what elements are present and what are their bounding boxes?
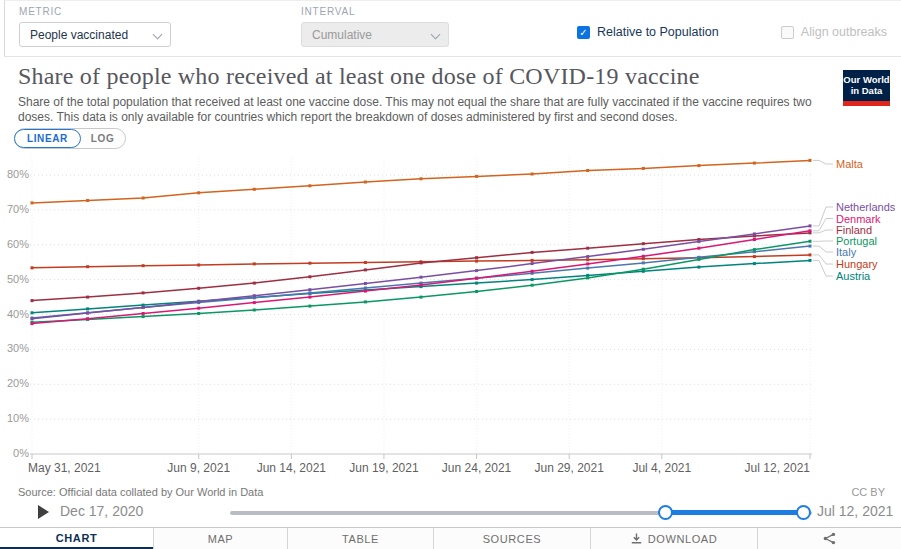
chevron-down-icon [431, 30, 441, 40]
interval-label: INTERVAL [301, 6, 355, 17]
metric-select-value: People vaccinated [30, 28, 128, 42]
y-axis-label: 0% [0, 447, 29, 459]
legend-connector [813, 255, 833, 264]
footer-tabs: CHART MAP TABLE SOURCES DOWNLOAD [0, 527, 901, 549]
tab-map[interactable]: MAP [153, 528, 287, 549]
x-axis-label: Jul 12, 2021 [745, 461, 810, 475]
license-badge[interactable]: CC BY [851, 486, 885, 498]
x-axis-label: Jun 9, 2021 [167, 461, 230, 475]
timeline-handle-end[interactable] [796, 505, 811, 520]
y-axis-label: 10% [0, 412, 29, 424]
chart-subtitle: Share of the total population that recei… [18, 95, 824, 126]
legend-connector [813, 160, 833, 164]
download-icon [631, 533, 642, 544]
legend-connector [813, 246, 833, 252]
x-axis-label: Jun 24, 2021 [442, 461, 511, 475]
tab-share[interactable] [757, 528, 901, 549]
timeline-start-date[interactable]: Dec 17, 2020 [60, 503, 143, 519]
legend-label-malta[interactable]: Malta [836, 158, 863, 170]
legend-connector [813, 219, 833, 231]
legend-label-austria[interactable]: Austria [836, 270, 870, 282]
x-axis-label: Jun 29, 2021 [534, 461, 603, 475]
x-axis-label: Jun 14, 2021 [257, 461, 326, 475]
y-axis-label: 20% [0, 377, 29, 389]
align-outbreaks-checkbox[interactable]: Align outbreaks [781, 25, 887, 39]
y-axis-label: 80% [0, 168, 29, 180]
owid-logo[interactable]: Our World in Data [843, 70, 890, 106]
owid-grapher: METRIC People vaccinated INTERVAL Cumula… [0, 0, 901, 549]
series-netherlands [31, 224, 812, 320]
y-axis-label: 70% [0, 203, 29, 215]
tab-chart[interactable]: CHART [0, 528, 153, 549]
tab-sources[interactable]: SOURCES [433, 528, 590, 549]
controls-bar: METRIC People vaccinated INTERVAL Cumula… [4, 0, 901, 57]
legend-label-denmark[interactable]: Denmark [836, 213, 881, 225]
logo-text-line2: in Data [851, 85, 883, 96]
legend-connector [813, 260, 833, 276]
y-axis-label: 30% [0, 342, 29, 354]
relative-to-population-label: Relative to Population [597, 25, 719, 39]
y-axis-label: 50% [0, 273, 29, 285]
y-axis-label: 40% [0, 308, 29, 320]
legend-label-hungary[interactable]: Hungary [836, 258, 878, 270]
source-note: Source: Official data collated by Our Wo… [18, 486, 263, 498]
chevron-down-icon [153, 30, 163, 40]
tab-table[interactable]: TABLE [287, 528, 433, 549]
play-button-icon[interactable] [38, 505, 49, 519]
checkbox-empty-icon [781, 26, 794, 39]
relative-to-population-checkbox[interactable]: ✓ Relative to Population [577, 25, 719, 39]
tab-table-label: TABLE [342, 533, 379, 545]
series-malta [31, 159, 812, 205]
x-axis-label: Jun 19, 2021 [349, 461, 418, 475]
logo-red-bar [843, 101, 890, 106]
interval-select-value: Cumulative [312, 28, 372, 42]
timeline-handle-start[interactable] [658, 505, 673, 520]
logo-text-line1: Our World [843, 74, 889, 85]
metric-select[interactable]: People vaccinated [19, 22, 171, 47]
x-axis-label: Jul 4, 2021 [632, 461, 691, 475]
tab-download-label: DOWNLOAD [648, 533, 718, 545]
tab-sources-label: SOURCES [483, 533, 542, 545]
timeline-selected-range[interactable] [665, 510, 803, 515]
tab-download[interactable]: DOWNLOAD [590, 528, 757, 549]
x-axis-label: May 31, 2021 [28, 461, 101, 475]
align-outbreaks-label: Align outbreaks [801, 25, 887, 39]
y-axis-label: 60% [0, 238, 29, 250]
interval-select[interactable]: Cumulative [301, 22, 449, 47]
series-austria [31, 259, 812, 314]
legend-label-italy[interactable]: Italy [836, 246, 856, 258]
metric-label: METRIC [19, 6, 62, 17]
page-title: Share of people who received at least on… [18, 63, 700, 90]
legend-label-netherlands[interactable]: Netherlands [836, 201, 895, 213]
share-icon [823, 532, 836, 545]
series-italy [31, 245, 812, 320]
tab-chart-label: CHART [56, 532, 98, 544]
tab-map-label: MAP [208, 533, 234, 545]
timeline-end-date[interactable]: Jul 12, 2021 [817, 503, 893, 519]
checkbox-checked-icon: ✓ [577, 26, 590, 39]
line-chart[interactable] [0, 140, 901, 480]
